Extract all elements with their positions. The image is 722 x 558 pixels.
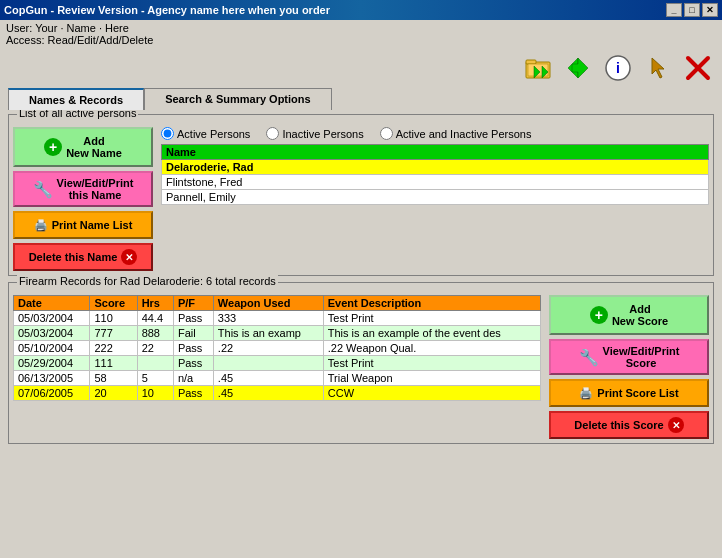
score-column-header: Event Description xyxy=(323,296,540,311)
title-text: CopGun - Review Version - Agency name he… xyxy=(4,4,330,16)
refresh-icon[interactable] xyxy=(562,52,594,84)
add-new-name-button[interactable]: + AddNew Name xyxy=(13,127,153,167)
pointer-icon[interactable] xyxy=(642,52,674,84)
score-table-row[interactable]: 07/06/20052010Pass.45CCW xyxy=(14,386,541,401)
person-filter-group: Active Persons Inactive Persons Active a… xyxy=(161,127,709,140)
svg-marker-6 xyxy=(572,58,588,78)
names-table-row[interactable]: Delaroderie, Rad xyxy=(162,160,709,175)
names-table-row[interactable]: Pannell, Emily xyxy=(162,190,709,205)
score-column-header: Hrs xyxy=(137,296,173,311)
folder-icon[interactable] xyxy=(522,52,554,84)
print-score-list-button[interactable]: 🖨️ Print Score List xyxy=(549,379,709,407)
print-icon: 🖨️ xyxy=(34,219,48,232)
names-buttons: + AddNew Name 🔧 View/Edit/Printthis Name… xyxy=(13,127,153,271)
score-table: DateScoreHrsP/FWeapon UsedEvent Descript… xyxy=(13,295,541,401)
view-edit-print-name-button[interactable]: 🔧 View/Edit/Printthis Name xyxy=(13,171,153,207)
names-panel: + AddNew Name 🔧 View/Edit/Printthis Name… xyxy=(13,127,709,271)
active-persons-option[interactable]: Active Persons xyxy=(161,127,250,140)
svg-text:i: i xyxy=(616,60,620,76)
names-table-row[interactable]: Flintstone, Fred xyxy=(162,175,709,190)
inactive-persons-option[interactable]: Inactive Persons xyxy=(266,127,363,140)
user-label: User: Your · Name · Here xyxy=(6,22,716,34)
toolbar-close-icon[interactable] xyxy=(682,52,714,84)
score-delete-x-icon: ✕ xyxy=(668,417,684,433)
title-bar: CopGun - Review Version - Agency name he… xyxy=(0,0,722,20)
delete-name-button[interactable]: Delete this Name ✕ xyxy=(13,243,153,271)
tab-search-summary[interactable]: Search & Summary Options xyxy=(144,88,332,110)
delete-x-icon: ✕ xyxy=(121,249,137,265)
score-column-header: Score xyxy=(90,296,137,311)
svg-rect-1 xyxy=(526,60,536,64)
add-new-score-button[interactable]: + AddNew Score xyxy=(549,295,709,335)
score-table-area: DateScoreHrsP/FWeapon UsedEvent Descript… xyxy=(13,295,541,439)
score-table-row[interactable]: 05/03/2004777888FailThis is an exampThis… xyxy=(14,326,541,341)
score-table-row[interactable]: 05/29/2004111PassTest Print xyxy=(14,356,541,371)
score-print-icon: 🖨️ xyxy=(579,387,593,400)
name-column-header: Name xyxy=(162,145,709,160)
toolbar: i xyxy=(0,48,722,88)
minimize-btn[interactable]: _ xyxy=(666,3,682,17)
plus-icon: + xyxy=(44,138,62,156)
main-content: List of all active persons + AddNew Name… xyxy=(0,110,722,448)
score-wrench-icon: 🔧 xyxy=(579,348,599,367)
maximize-btn[interactable]: □ xyxy=(684,3,700,17)
names-list-area: Active Persons Inactive Persons Active a… xyxy=(161,127,709,271)
score-buttons: + AddNew Score 🔧 View/Edit/PrintScore 🖨️… xyxy=(549,295,709,439)
print-name-list-button[interactable]: 🖨️ Print Name List xyxy=(13,211,153,239)
names-table: Name Delaroderie, RadFlintstone, FredPan… xyxy=(161,144,709,205)
tab-names-records[interactable]: Names & Records xyxy=(8,88,144,110)
all-persons-option[interactable]: Active and Inactive Persons xyxy=(380,127,532,140)
score-section: DateScoreHrsP/FWeapon UsedEvent Descript… xyxy=(13,295,709,439)
info-icon[interactable]: i xyxy=(602,52,634,84)
access-label: Access: Read/Edit/Add/Delete xyxy=(6,34,716,46)
score-table-row[interactable]: 05/10/200422222Pass.22.22 Weapon Qual. xyxy=(14,341,541,356)
tabs-row: Names & Records Search & Summary Options xyxy=(0,88,722,110)
score-column-header: Weapon Used xyxy=(213,296,323,311)
view-edit-print-score-button[interactable]: 🔧 View/Edit/PrintScore xyxy=(549,339,709,375)
score-group-label: Firearm Records for Rad Delaroderie: 6 t… xyxy=(17,275,278,287)
score-column-header: Date xyxy=(14,296,90,311)
score-table-row[interactable]: 06/13/2005585n/a.45Trial Weapon xyxy=(14,371,541,386)
wrench-icon: 🔧 xyxy=(33,180,53,199)
close-btn[interactable]: ✕ xyxy=(702,3,718,17)
score-table-row[interactable]: 05/03/200411044.4Pass333Test Print xyxy=(14,311,541,326)
delete-score-button[interactable]: Delete this Score ✕ xyxy=(549,411,709,439)
score-column-header: P/F xyxy=(173,296,213,311)
user-info-area: User: Your · Name · Here Access: Read/Ed… xyxy=(0,20,722,48)
title-controls[interactable]: _ □ ✕ xyxy=(666,3,718,17)
score-plus-icon: + xyxy=(590,306,608,324)
svg-marker-9 xyxy=(652,58,664,78)
